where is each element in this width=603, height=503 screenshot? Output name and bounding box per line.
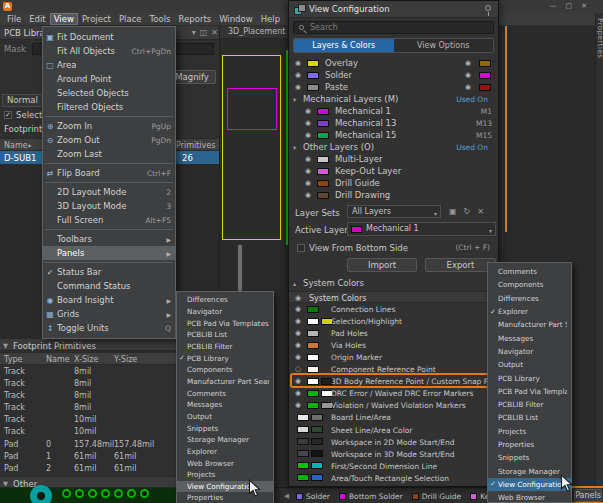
- menu-item-messages[interactable]: Messages: [488, 331, 571, 344]
- layer-section-other-layers-o[interactable]: ▾Other Layers (O)Used On: [289, 141, 498, 153]
- view-from-bottom-checkbox[interactable]: [297, 244, 305, 252]
- eye-icon[interactable]: ◉: [465, 70, 471, 80]
- menu-item-components[interactable]: Components: [488, 278, 571, 291]
- color-swatch[interactable]: [297, 426, 309, 433]
- menu-item-projects[interactable]: Projects: [177, 469, 273, 481]
- menu-item-navigator[interactable]: Navigator: [177, 306, 273, 318]
- layer-row-mechanical-1[interactable]: ◉Mechanical 1M1: [289, 105, 498, 117]
- system-color-row-first-second-dimension-line[interactable]: First/Second Dimension Line: [289, 460, 498, 472]
- eye-icon[interactable]: ◉: [305, 178, 311, 188]
- menu-item-snippets[interactable]: Snippets: [177, 422, 273, 434]
- primitives-column-header[interactable]: Primitives: [176, 141, 215, 150]
- bottom-color-swatch[interactable]: [479, 60, 491, 67]
- system-color-row-component-reference-point[interactable]: ○Component Reference Point: [289, 363, 498, 375]
- layer-row-overlay[interactable]: ◉Overlay◉: [289, 57, 498, 69]
- color-swatch[interactable]: [297, 450, 309, 457]
- eye-icon[interactable]: ◉: [295, 58, 301, 68]
- color-swatch[interactable]: [307, 390, 319, 397]
- view-menu-item-zoom-in[interactable]: ⊕Zoom InPgUp: [43, 119, 175, 133]
- color-swatch[interactable]: [297, 438, 309, 445]
- view-menu-item-fit-all-objects[interactable]: Fit All ObjectsCtrl+PgDn: [43, 44, 175, 58]
- used-on-link[interactable]: Used On: [456, 143, 488, 152]
- layer-row-mechanical-13[interactable]: ◉Mechanical 13M13: [289, 117, 498, 129]
- eye-icon[interactable]: ◉: [295, 82, 301, 92]
- menu-tools[interactable]: Tools: [146, 13, 175, 25]
- eye-icon[interactable]: ◉: [295, 376, 301, 386]
- layer-row-mechanical-15[interactable]: ◉Mechanical 15M15: [289, 129, 498, 141]
- view-menu-item-zoom-out[interactable]: ⊖Zoom OutPgDn: [43, 133, 175, 147]
- eye-icon[interactable]: ◉: [295, 304, 301, 314]
- color-swatch[interactable]: [317, 108, 329, 115]
- menu-window[interactable]: Window: [215, 13, 257, 25]
- system-color-row-board-line-area[interactable]: Board Line/Area: [289, 411, 498, 423]
- color-swatch[interactable]: [307, 402, 319, 409]
- color-swatch[interactable]: [311, 438, 323, 445]
- color-swatch[interactable]: [307, 306, 319, 313]
- search-input[interactable]: [308, 22, 488, 33]
- eye-icon[interactable]: ◉: [295, 400, 301, 410]
- color-swatch[interactable]: [297, 414, 309, 421]
- layer-row-solder[interactable]: ◉Solder◉: [289, 69, 498, 81]
- menu-place[interactable]: Place: [115, 13, 146, 25]
- save-layerset-icon[interactable]: ▣: [449, 207, 457, 216]
- eye-icon[interactable]: ◉: [295, 70, 301, 80]
- layer-row-paste[interactable]: ◉Paste◉: [289, 81, 498, 93]
- system-color-row-3d-body-reference-point-custom-snap-points[interactable]: ◉3D Body Reference Point / Custom Snap P…: [289, 375, 498, 387]
- system-color-row-pad-holes[interactable]: ◉Pad Holes: [289, 327, 498, 339]
- color-swatch[interactable]: [311, 474, 323, 481]
- color-swatch[interactable]: [307, 342, 319, 349]
- maximize-icon[interactable]: ▢: [566, 0, 573, 13]
- view-menu-item-2d-layout-mode[interactable]: 2D Layout Mode2: [43, 185, 175, 199]
- name-column-header[interactable]: Name: [4, 141, 28, 150]
- color-swatch[interactable]: [311, 414, 323, 421]
- bottom-color-swatch[interactable]: [479, 84, 491, 91]
- menu-item-web-browser[interactable]: Web Browser: [177, 457, 273, 469]
- eye-icon[interactable]: ◉: [305, 154, 311, 164]
- minimize-icon[interactable]: —: [550, 0, 557, 13]
- color-swatch[interactable]: [307, 378, 319, 385]
- view-menu-item-3d-layout-mode[interactable]: 3D Layout Mode3: [43, 199, 175, 213]
- view-menu-item-flip-board[interactable]: ⇄Flip BoardCtrl+F: [43, 166, 175, 180]
- color-swatch[interactable]: [311, 450, 323, 457]
- menu-item-pcblib-filter[interactable]: PCBLIB Filter: [488, 398, 571, 411]
- select-checkbox[interactable]: ✓: [4, 111, 12, 119]
- view-menu-item-grids[interactable]: ▦Grids▶: [43, 307, 175, 321]
- menu-item-projects[interactable]: Projects: [488, 425, 571, 438]
- collapse-up-icon[interactable]: ▴: [293, 280, 296, 288]
- layer-row-keep-out-layer[interactable]: ◉Keep-Out Layer: [289, 165, 498, 177]
- menu-item-manufacturer-part-search[interactable]: Manufacturer Part Search: [488, 318, 571, 331]
- type-column-header[interactable]: Type: [4, 355, 22, 364]
- view-menu-item-around-point[interactable]: Around Point: [43, 72, 175, 86]
- panel-pin-icon[interactable]: ◫: [200, 27, 208, 39]
- system-color-row-connection-lines[interactable]: ◉Connection Lines: [289, 303, 498, 315]
- color-swatch[interactable]: [297, 462, 309, 469]
- eye-icon[interactable]: ◉: [305, 166, 311, 176]
- system-color-row-violation-waived-violation-markers[interactable]: ◉Violation / Waived Violation Markers: [289, 399, 498, 411]
- eye-icon[interactable]: ◉: [295, 293, 301, 303]
- eye-icon[interactable]: ◉: [295, 352, 301, 362]
- menu-item-comments[interactable]: Comments: [488, 265, 571, 278]
- eye-icon[interactable]: ◉: [295, 316, 301, 326]
- menu-item-web-browser[interactable]: Web Browser: [488, 491, 571, 503]
- menu-item-comments[interactable]: Comments: [177, 387, 273, 399]
- menu-item-differences[interactable]: Differences: [488, 292, 571, 305]
- color-swatch[interactable]: [317, 156, 329, 163]
- color-swatch[interactable]: [307, 318, 319, 325]
- refresh-layerset-icon[interactable]: ↻: [464, 207, 471, 216]
- system-color-row-area-touch-rectangle-selection[interactable]: Area/Touch Rectangle Selection: [289, 472, 498, 484]
- menu-item-pcb-pad-via-templates[interactable]: PCB Pad Via Templates: [177, 317, 273, 329]
- layer-row-multi-layer[interactable]: ◉Multi-Layer: [289, 153, 498, 165]
- menu-item-manufacturer-part-search[interactable]: Manufacturer Part Search: [177, 376, 273, 388]
- eye-icon[interactable]: ◉: [305, 190, 311, 200]
- menu-item-output[interactable]: Output: [177, 411, 273, 423]
- color-swatch[interactable]: [317, 132, 329, 139]
- eye-icon[interactable]: ◉: [465, 82, 471, 92]
- menu-item-snippets[interactable]: Snippets: [488, 451, 571, 464]
- menu-help[interactable]: Help: [257, 13, 284, 25]
- menu-item-storage-manager[interactable]: Storage Manager: [488, 464, 571, 477]
- view-menu-item-toolbars[interactable]: Toolbars▶: [43, 232, 175, 246]
- menu-item-pcb-library[interactable]: ✓PCB Library: [177, 352, 273, 364]
- eye-icon[interactable]: ◉: [305, 130, 311, 140]
- panel-menu-icon[interactable]: ▾: [192, 27, 196, 39]
- layer-row-drill-guide[interactable]: ◉Drill Guide: [289, 177, 498, 189]
